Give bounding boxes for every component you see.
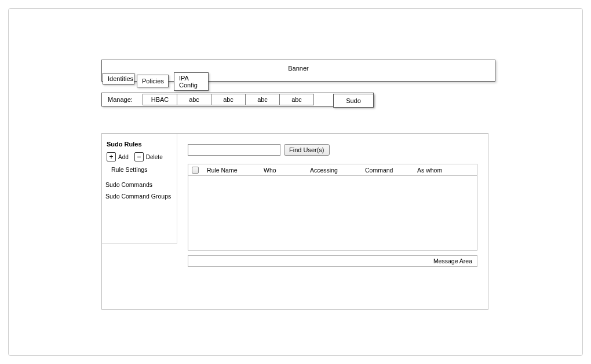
subnav-item-4[interactable]: abc (279, 94, 314, 105)
sidebar: Sudo Rules + Add − Delete Rule Settings … (102, 134, 177, 244)
search-row: Find User(s) (188, 144, 477, 156)
find-users-button[interactable]: Find User(s) (284, 144, 330, 156)
header-checkbox-cell (192, 167, 205, 174)
subnav-item-hbac[interactable]: HBAC (143, 94, 177, 105)
plus-icon: + (109, 153, 113, 160)
sidebar-title: Sudo Rules (107, 141, 172, 148)
delete-button[interactable]: − (134, 152, 144, 161)
content-area: Find User(s) Rule Name Who Accessing Com… (177, 134, 488, 309)
main-panel: Sudo Rules + Add − Delete Rule Settings … (101, 133, 488, 310)
select-all-checkbox[interactable] (192, 167, 199, 174)
subnav-item-1[interactable]: abc (177, 94, 211, 105)
subnav-bar: Manage: HBAC abc abc abc abc Sudo (101, 93, 374, 106)
tab-policies[interactable]: Policies (137, 75, 169, 87)
th-as-whom: As whom (415, 167, 461, 174)
rules-table: Rule Name Who Accessing Command As whom (188, 164, 477, 251)
th-accessing: Accessing (308, 167, 363, 174)
sidebar-rule-settings[interactable]: Rule Settings (111, 166, 172, 173)
tab-identities[interactable]: Identities (103, 73, 134, 84)
add-button[interactable]: + (107, 152, 116, 161)
subnav-item-sudo[interactable]: Sudo (333, 94, 374, 108)
th-command: Command (363, 167, 415, 174)
banner-title: Banner (102, 65, 495, 72)
sidebar-buttons: + Add − Delete (107, 152, 172, 161)
th-rule-name: Rule Name (205, 167, 261, 174)
message-area-label: Message Area (433, 258, 472, 264)
delete-label: Delete (146, 154, 163, 160)
sidebar-sudo-command-groups[interactable]: Sudo Command Groups (105, 193, 172, 200)
message-area: Message Area (188, 255, 477, 267)
minus-icon: − (137, 153, 141, 160)
tab-ipaconfig[interactable]: IPA Config (174, 72, 209, 91)
search-input[interactable] (188, 144, 280, 156)
subnav-label: Manage: (108, 96, 143, 103)
add-label: Add (118, 154, 129, 160)
table-header: Rule Name Who Accessing Command As whom (188, 164, 477, 176)
sidebar-sudo-commands[interactable]: Sudo Commands (105, 181, 172, 188)
wireframe-canvas: Banner Identities Policies IPA Config Ma… (8, 8, 583, 356)
subnav-item-2[interactable]: abc (211, 94, 246, 105)
subnav-item-3[interactable]: abc (245, 94, 280, 105)
th-who: Who (261, 167, 308, 174)
